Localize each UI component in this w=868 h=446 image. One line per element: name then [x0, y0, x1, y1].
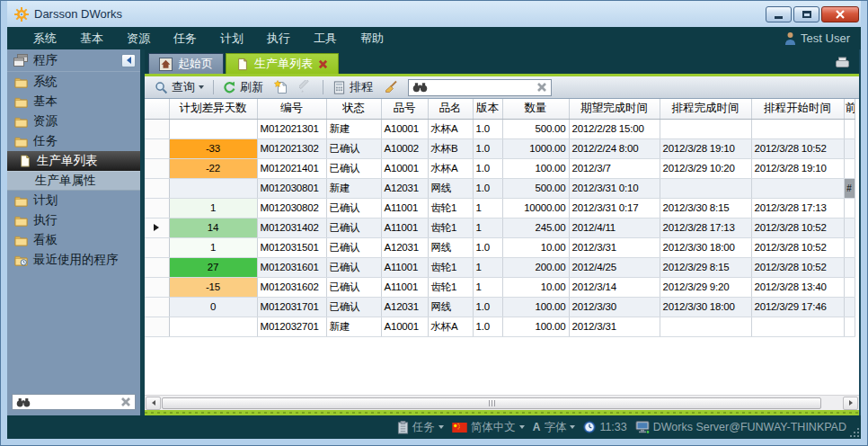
- cell-expected-finish[interactable]: 2012/3/30: [569, 297, 660, 317]
- table-row[interactable]: -15 M012031602 已确认 A11001 齿轮1 1 10.00 20…: [145, 277, 855, 297]
- scroll-left-button[interactable]: [146, 397, 161, 410]
- cell-expected-finish[interactable]: 2012/3/31 0:17: [569, 198, 660, 218]
- header-sched-start[interactable]: 排程开始时间: [751, 99, 844, 119]
- clean-button[interactable]: [379, 78, 403, 96]
- cell-order-code[interactable]: M012031402: [257, 218, 326, 237]
- cell-version[interactable]: 1: [473, 198, 502, 218]
- sidebar-item-basic[interactable]: 基本: [7, 92, 140, 112]
- table-row[interactable]: 0 M012031701 已确认 A12031 网线 1.0 100.00 20…: [145, 297, 855, 317]
- cell-quantity[interactable]: 200.00: [502, 257, 569, 277]
- header-quantity[interactable]: 数量: [502, 99, 569, 119]
- close-button[interactable]: [821, 6, 859, 22]
- cell-item-name[interactable]: 网线: [428, 237, 473, 257]
- cell-sched-start[interactable]: 2012/3/28 17:13: [751, 198, 844, 218]
- cell-order-code[interactable]: M012031602: [257, 277, 326, 297]
- cell-plan-diff-days[interactable]: 0: [169, 297, 257, 317]
- sidebar-item-production-order-list[interactable]: 生产单列表: [7, 151, 140, 171]
- maximize-button[interactable]: [793, 6, 819, 22]
- edit-button[interactable]: [295, 78, 318, 96]
- clear-search-icon[interactable]: [120, 397, 131, 407]
- header-expected-finish[interactable]: 期望完成时间: [569, 99, 660, 119]
- cell-status[interactable]: 已确认: [326, 218, 381, 237]
- menu-task[interactable]: 任务: [162, 27, 208, 49]
- cell-item-name[interactable]: 网线: [428, 297, 473, 317]
- cell-version[interactable]: 1: [473, 257, 502, 277]
- header-order-code[interactable]: 编号: [257, 99, 326, 119]
- cell-sched-start[interactable]: 2012/3/28 10:52: [751, 218, 844, 237]
- cell-quantity[interactable]: 245.00: [502, 218, 569, 237]
- cell-item-name[interactable]: 水杯A: [428, 158, 473, 178]
- table-row[interactable]: M012030801 新建 A12031 网线 1.0 500.00 2012/…: [145, 178, 855, 198]
- cell-plan-diff-days[interactable]: 1: [169, 237, 257, 257]
- cell-quantity[interactable]: 100.00: [502, 297, 569, 317]
- header-status[interactable]: 状态: [326, 99, 381, 119]
- cell-item-no[interactable]: A12031: [381, 297, 428, 317]
- current-user[interactable]: Test User: [784, 31, 850, 45]
- cell-sched-start[interactable]: [751, 317, 844, 336]
- cell-order-code[interactable]: M012021301: [257, 119, 326, 138]
- cell-item-no[interactable]: A10002: [381, 138, 428, 158]
- cell-status[interactable]: 已确认: [326, 237, 381, 257]
- cell-sched-start[interactable]: [751, 178, 844, 198]
- cell-sched-start[interactable]: [751, 119, 844, 138]
- cell-item-name[interactable]: 齿轮1: [428, 218, 473, 237]
- status-server[interactable]: DWorks Server@FUNWAY-THINKPAD: [635, 421, 846, 433]
- cell-item-name[interactable]: 水杯A: [428, 317, 473, 336]
- scroll-right-button[interactable]: [843, 397, 858, 410]
- cell-item-no[interactable]: A10001: [381, 119, 428, 138]
- cell-order-code[interactable]: M012030801: [257, 178, 326, 198]
- cell-quantity[interactable]: 100.00: [502, 158, 569, 178]
- cell-version[interactable]: 1: [473, 277, 502, 297]
- cell-expected-finish[interactable]: 2012/2/24 8:00: [569, 138, 660, 158]
- menu-basic[interactable]: 基本: [68, 27, 115, 49]
- cell-sched-start[interactable]: 2012/3/28 13:40: [751, 277, 844, 297]
- cell-plan-diff-days[interactable]: [169, 178, 257, 198]
- cell-sched-finish[interactable]: 2012/3/30 18:00: [660, 297, 751, 317]
- cell-status[interactable]: 已确认: [326, 158, 381, 178]
- cell-quantity[interactable]: 500.00: [502, 178, 569, 198]
- menu-system[interactable]: 系统: [22, 27, 68, 49]
- resize-grip[interactable]: [848, 426, 859, 437]
- cell-sched-start[interactable]: 2012/3/28 10:52: [751, 257, 844, 277]
- header-version[interactable]: 版本: [473, 99, 502, 119]
- table-row[interactable]: -22 M012021401 已确认 A10001 水杯A 1.0 100.00…: [145, 158, 855, 178]
- refresh-button[interactable]: 刷新: [218, 77, 268, 97]
- cell-order-code[interactable]: M012031601: [257, 257, 326, 277]
- table-row[interactable]: 27 M012031601 已确认 A11001 齿轮1 1 200.00 20…: [145, 257, 855, 277]
- header-item-no[interactable]: 品号: [381, 99, 428, 119]
- dock-panel-icon[interactable]: [835, 57, 850, 68]
- cell-item-no[interactable]: A11001: [381, 198, 428, 218]
- cell-sched-start[interactable]: 2012/3/29 17:46: [751, 297, 844, 317]
- schedule-button[interactable]: 排程: [328, 77, 377, 97]
- cell-order-code[interactable]: M012021302: [257, 138, 326, 158]
- cell-item-no[interactable]: A11001: [381, 277, 428, 297]
- cell-quantity[interactable]: 10.00: [502, 237, 569, 257]
- sidebar-item-recent-programs[interactable]: 最近使用的程序: [7, 250, 140, 270]
- cell-plan-diff-days[interactable]: 27: [169, 257, 257, 277]
- status-language-menu[interactable]: 简体中文: [452, 420, 525, 435]
- cell-item-name[interactable]: 齿轮1: [428, 198, 473, 218]
- sidebar-item-system[interactable]: 系统: [7, 72, 140, 92]
- cell-order-code[interactable]: M012032701: [257, 317, 326, 336]
- cell-version[interactable]: 1.0: [473, 138, 502, 158]
- cell-sched-finish[interactable]: [660, 119, 751, 138]
- toolbar-search-input[interactable]: [431, 82, 533, 93]
- cell-expected-finish[interactable]: 2012/3/14: [569, 277, 660, 297]
- sidebar-collapse-button[interactable]: [121, 54, 136, 67]
- cell-expected-finish[interactable]: 2012/3/31: [569, 317, 660, 336]
- cell-item-no[interactable]: A11001: [381, 257, 428, 277]
- cell-version[interactable]: 1.0: [473, 178, 502, 198]
- table-row[interactable]: M012032701 新建 A10001 水杯A 1.0 100.00 2012…: [145, 317, 855, 336]
- sidebar-search-input[interactable]: [34, 397, 117, 407]
- cell-item-no[interactable]: A12031: [381, 237, 428, 257]
- cell-expected-finish[interactable]: 2012/3/7: [569, 158, 660, 178]
- cell-expected-finish[interactable]: 2012/3/31: [569, 237, 660, 257]
- scrollbar-track[interactable]: [161, 397, 843, 410]
- cell-plan-diff-days[interactable]: 1: [169, 198, 257, 218]
- cell-expected-finish[interactable]: 2012/4/25: [569, 257, 660, 277]
- query-button[interactable]: 查询: [150, 77, 208, 97]
- sidebar-item-task[interactable]: 任务: [7, 131, 140, 151]
- cell-sched-finish[interactable]: [660, 317, 751, 336]
- close-tab-icon[interactable]: [318, 59, 328, 69]
- header-plan-diff-days[interactable]: 计划差异天数: [169, 99, 257, 119]
